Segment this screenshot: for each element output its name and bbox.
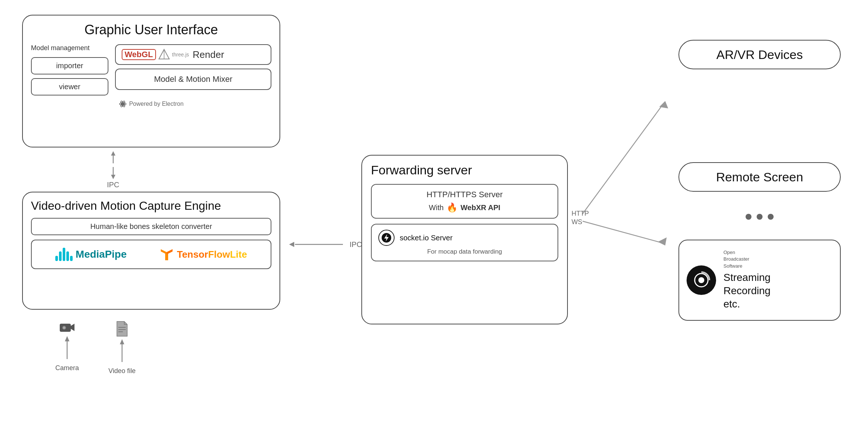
model-mgmt-col: Model management importer viewer <box>31 44 108 95</box>
ipc-bottom-label: IPC <box>350 240 362 249</box>
dots-row <box>678 214 841 220</box>
mce-title: Video-driven Motion Capture Engine <box>31 199 271 213</box>
svg-point-17 <box>63 327 65 329</box>
socketio-caption: For mocap data forwarding <box>378 248 551 255</box>
svg-marker-27 <box>289 242 294 247</box>
obs-brand-small: OpenBroadcasterSoftware <box>723 249 771 269</box>
skeleton-box: Human-like bones skeleton converter <box>31 218 271 235</box>
socketio-box: socket.io Server For mocap data forwardi… <box>371 224 558 261</box>
mixer-box: Model & Motion Mixer <box>115 69 271 90</box>
camera-arrow-svg <box>63 336 72 362</box>
mp-bar-5 <box>70 256 73 261</box>
ar-vr-text: AR/VR Devices <box>716 48 803 62</box>
webxr-line: With 🔥 WebXR API <box>378 202 551 213</box>
tensorflow-logo: TensorFlowLite <box>159 247 247 262</box>
forwarding-server-box: Forwarding server HTTP/HTTPS Server With… <box>361 155 568 324</box>
mediapipe-logo: MediaPipe <box>55 248 126 261</box>
webxr-flame-icon: 🔥 <box>447 202 458 213</box>
svg-marker-20 <box>65 336 69 341</box>
powered-by: Powered by Electron <box>31 100 271 108</box>
socketio-icon <box>378 230 395 246</box>
socketio-inner: socket.io Server <box>378 230 551 246</box>
obs-streaming-text: StreamingRecordingetc. <box>723 271 771 311</box>
threejs-icon <box>158 49 170 60</box>
electron-icon <box>119 100 127 108</box>
http-box: HTTP/HTTPS Server With 🔥 WebXR API <box>371 184 558 219</box>
powered-by-text: Powered by Electron <box>129 101 184 107</box>
importer-box: importer <box>31 57 108 74</box>
svg-marker-25 <box>120 339 124 344</box>
mp-bar-3 <box>63 248 65 261</box>
video-file-icon <box>115 321 129 337</box>
mediapipe-bars <box>55 248 73 261</box>
obs-icon <box>687 265 716 295</box>
with-label: With <box>429 203 444 212</box>
ipc-horizontal: IPC <box>288 239 362 250</box>
ar-vr-box: AR/VR Devices <box>678 40 841 69</box>
viewer-box: viewer <box>31 78 108 95</box>
webxr-api-label: WebXR API <box>461 203 500 212</box>
render-col: WebGL three.js Render Model & Motion Mix… <box>115 44 271 95</box>
fwd-title: Forwarding server <box>371 163 558 177</box>
render-label: Render <box>193 49 224 60</box>
video-arrow-item: Video file <box>108 321 136 375</box>
svg-marker-11 <box>111 175 115 179</box>
ipc-arrow-h-svg <box>288 239 347 250</box>
dot-2 <box>757 214 763 220</box>
mp-bar-2 <box>59 251 62 261</box>
svg-text:WS: WS <box>572 218 582 226</box>
dot-3 <box>768 214 774 220</box>
camera-label: Camera <box>55 364 79 372</box>
ipc-arrow-top-svg <box>109 150 118 180</box>
model-mgmt-label: Model management <box>31 44 108 52</box>
obs-logo-svg <box>691 270 712 290</box>
webgl-logo: WebGL three.js <box>122 49 189 60</box>
webgl-render-box: WebGL three.js Render <box>115 44 271 65</box>
camera-arrow-item: Camera <box>55 321 79 375</box>
webgl-text: WebGL <box>122 49 156 60</box>
socketio-text: socket.io Server <box>400 233 452 243</box>
remote-screen-box: Remote Screen <box>678 162 841 192</box>
svg-line-32 <box>583 221 664 243</box>
diagram-container: Graphic User Interface Model management … <box>0 0 868 435</box>
threejs-label: three.js <box>172 52 189 58</box>
http-title: HTTP/HTTPS Server <box>378 190 551 199</box>
svg-marker-13 <box>167 249 173 254</box>
svg-point-4 <box>122 103 124 105</box>
ipc-top-label: IPC <box>107 181 119 189</box>
obs-text-col: OpenBroadcasterSoftware StreamingRecordi… <box>723 249 771 311</box>
remote-screen-text: Remote Screen <box>716 170 803 184</box>
http-ws-arrows-svg: HTTP WS <box>568 74 686 265</box>
mp-bar-4 <box>66 251 69 261</box>
svg-marker-15 <box>71 324 74 331</box>
mediapipe-text: MediaPipe <box>76 248 126 260</box>
mp-bar-1 <box>55 256 58 261</box>
dot-1 <box>746 214 751 220</box>
obs-box: OpenBroadcasterSoftware StreamingRecordi… <box>678 240 841 321</box>
camera-icon <box>59 321 75 334</box>
svg-text:HTTP: HTTP <box>572 210 589 217</box>
socketio-bolt <box>381 233 392 243</box>
video-file-label: Video file <box>108 367 136 375</box>
tensorflow-text: TensorFlowLite <box>177 249 247 260</box>
gui-inner: Model management importer viewer WebGL <box>31 44 271 95</box>
gui-box: Graphic User Interface Model management … <box>22 15 280 147</box>
gui-title: Graphic User Interface <box>31 22 271 38</box>
bottom-arrows: Camera Video file <box>55 321 136 375</box>
svg-line-3 <box>159 49 164 59</box>
svg-point-38 <box>698 277 704 283</box>
ipc-vertical-top: IPC <box>107 150 119 189</box>
ml-logos-box: MediaPipe TensorFlowLite <box>31 240 271 269</box>
mce-box: Video-driven Motion Capture Engine Human… <box>22 192 280 310</box>
video-arrow-svg <box>118 339 126 365</box>
svg-marker-9 <box>111 151 115 156</box>
tensorflow-icon <box>159 247 174 262</box>
svg-marker-33 <box>658 237 667 246</box>
svg-line-30 <box>583 103 664 214</box>
